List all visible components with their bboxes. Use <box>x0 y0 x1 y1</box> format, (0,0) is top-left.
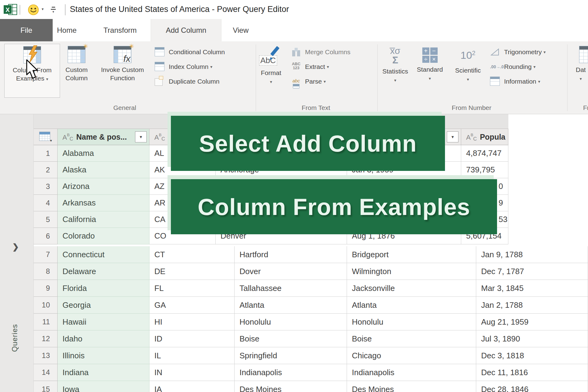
row-number[interactable]: 3 <box>34 178 58 195</box>
cell-capital[interactable]: Tallahassee <box>235 280 347 297</box>
row-number[interactable]: 1 <box>34 145 58 162</box>
filter-button[interactable]: ▾ <box>135 131 147 142</box>
cell-state[interactable]: Iowa <box>58 381 149 392</box>
row-number[interactable]: 10 <box>34 297 58 314</box>
row-number[interactable]: 7 <box>34 246 58 263</box>
duplicate-column-button[interactable]: Duplicate Column <box>155 75 220 88</box>
custom-column-button[interactable]: ✳ Custom Column <box>61 44 92 98</box>
cell-date[interactable]: Dec 11, 1816 <box>476 364 588 381</box>
cell-abbr[interactable]: GA <box>149 297 235 314</box>
parse-button[interactable]: abc Parse ▾ <box>291 75 326 88</box>
titlebar-divider <box>65 4 66 15</box>
smiley-dropdown-icon[interactable]: ▾ <box>42 7 44 11</box>
cell-abbr[interactable]: HI <box>149 314 235 330</box>
tab-add-column[interactable]: Add Column <box>151 19 221 41</box>
cell-city[interactable]: Indianapolis <box>347 364 476 381</box>
cell-state[interactable]: Hawaii <box>58 314 149 330</box>
quick-access-toolbar-icon[interactable]: ▾ <box>51 7 56 13</box>
cell-city[interactable]: Boise <box>347 330 476 347</box>
cell-population[interactable]: 4,874,747 <box>461 145 508 162</box>
cell-abbr[interactable]: DE <box>149 263 235 280</box>
cell-capital[interactable]: Honolulu <box>235 314 347 330</box>
cell-date[interactable]: Jan 2, 1788 <box>476 297 588 314</box>
cell-state[interactable]: Georgia <box>58 297 149 314</box>
rounding-button[interactable]: .00→.0 Rounding ▾ <box>490 60 536 74</box>
tab-view[interactable]: View <box>228 19 253 41</box>
row-number[interactable]: 9 <box>34 280 58 297</box>
scientific-button[interactable]: 102 Scientific ▾ <box>450 44 486 98</box>
merge-columns-button[interactable]: Merge Columns <box>291 45 350 59</box>
extract-button[interactable]: ABC123 Extract ▾ <box>291 60 329 74</box>
tab-transform[interactable]: Transform <box>96 19 145 41</box>
column-header-name[interactable]: ABC Name & pos... ▾ <box>58 129 149 145</box>
expand-queries-chevron-icon[interactable]: ❯ <box>12 242 19 252</box>
cell-date[interactable]: Mar 3, 1845 <box>476 280 588 297</box>
conditional-column-button[interactable]: Conditional Column <box>155 45 225 59</box>
cell-state[interactable]: Connecticut <box>58 246 149 263</box>
tab-file[interactable]: File <box>0 19 53 41</box>
cell-city[interactable]: Jacksonville <box>347 280 476 297</box>
cell-capital[interactable]: Des Moines <box>235 381 347 392</box>
cell-date[interactable]: Jan 9, 1788 <box>476 246 588 263</box>
cell-city[interactable]: Bridgeport <box>347 246 476 263</box>
cell-date[interactable]: Aug 21, 1959 <box>476 314 588 330</box>
cell-city[interactable]: Wilmington <box>347 263 476 280</box>
cell-city[interactable]: Atlanta <box>347 297 476 314</box>
cell-capital[interactable]: Indianapolis <box>235 364 347 381</box>
cell-capital[interactable]: Atlanta <box>235 297 347 314</box>
cell-date[interactable]: Jul 3, 1890 <box>476 330 588 347</box>
statistics-button[interactable]: x̅σ Σ Statistics ▾ <box>381 44 410 98</box>
cell-date[interactable]: Dec 7, 1787 <box>476 263 588 280</box>
cell-date[interactable]: Dec 3, 1818 <box>476 347 588 364</box>
cell-state[interactable]: Colorado <box>58 228 149 244</box>
row-number[interactable]: 4 <box>34 195 58 211</box>
cell-state[interactable]: Delaware <box>58 263 149 280</box>
column-header-population[interactable]: ABC Popula <box>461 129 508 145</box>
select-all-corner-button[interactable]: ▾ <box>34 129 58 145</box>
cell-state[interactable]: Arkansas <box>58 195 149 211</box>
tab-home[interactable]: Home <box>53 19 81 41</box>
date-button[interactable]: Dat ▾ <box>573 44 588 98</box>
row-number[interactable]: 8 <box>34 263 58 280</box>
row-number[interactable]: 11 <box>34 314 58 330</box>
cell-state[interactable]: Alaska <box>58 162 149 178</box>
queries-pane-label[interactable]: Queries <box>6 316 24 359</box>
cell-abbr[interactable]: IN <box>149 364 235 381</box>
cell-state[interactable]: Arizona <box>58 178 149 195</box>
cell-abbr[interactable]: IA <box>149 381 235 392</box>
invoke-custom-function-button[interactable]: ✳ fx Invoke Custom Function <box>93 44 152 98</box>
cell-state[interactable]: Florida <box>58 280 149 297</box>
row-number[interactable]: 6 <box>34 228 58 244</box>
cell-city[interactable]: Des Moines <box>347 381 476 392</box>
cell-population[interactable]: 739,795 <box>461 162 508 178</box>
cell-capital[interactable]: Boise <box>235 330 347 347</box>
row-number[interactable]: 5 <box>34 211 58 228</box>
cell-state[interactable]: Indiana <box>58 364 149 381</box>
filter-button[interactable]: ▾ <box>447 131 458 142</box>
cell-abbr[interactable]: CT <box>149 246 235 263</box>
cell-date[interactable]: Dec 28, 1846 <box>476 381 588 392</box>
trigonometry-button[interactable]: Trigonometry ▾ <box>490 45 546 59</box>
cell-state[interactable]: Illinois <box>58 347 149 364</box>
cell-city[interactable]: Chicago <box>347 347 476 364</box>
standard-button[interactable]: + − ÷ × Standard ▾ <box>414 44 446 98</box>
row-number[interactable]: 13 <box>34 347 58 364</box>
cell-abbr[interactable]: ID <box>149 330 235 347</box>
row-number[interactable]: 2 <box>34 162 58 178</box>
information-button[interactable]: Information ▾ <box>490 75 540 88</box>
row-number[interactable]: 12 <box>34 330 58 347</box>
cell-abbr[interactable]: FL <box>149 280 235 297</box>
index-column-button[interactable]: Index Column ▾ <box>155 60 212 74</box>
format-button[interactable]: AbC Format ▾ <box>259 44 283 98</box>
cell-capital[interactable]: Springfield <box>235 347 347 364</box>
cell-capital[interactable]: Hartford <box>235 246 347 263</box>
row-number[interactable]: 14 <box>34 364 58 381</box>
row-number[interactable]: 15 <box>34 381 58 392</box>
cell-abbr[interactable]: IL <box>149 347 235 364</box>
cell-state[interactable]: California <box>58 211 149 228</box>
cell-capital[interactable]: Dover <box>235 263 347 280</box>
cell-state[interactable]: Idaho <box>58 330 149 347</box>
cell-state[interactable]: Alabama <box>58 145 149 162</box>
smiley-feedback-icon[interactable] <box>28 4 39 16</box>
cell-city[interactable]: Honolulu <box>347 314 476 330</box>
